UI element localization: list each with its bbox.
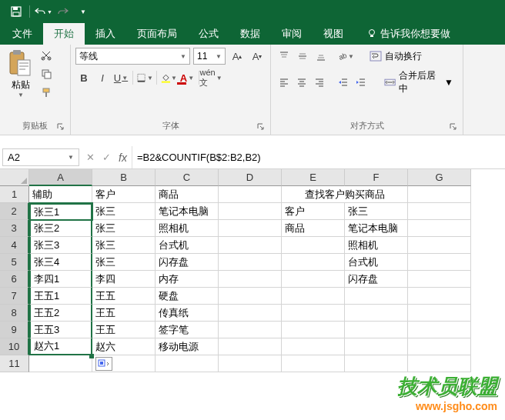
- fill-color-button[interactable]: ▼: [160, 69, 177, 86]
- phonetic-field-button[interactable]: wén文▼: [202, 69, 219, 86]
- cell[interactable]: [282, 254, 345, 271]
- align-right-icon[interactable]: [311, 74, 327, 91]
- cell[interactable]: 张三2: [29, 220, 92, 237]
- autofill-options-button[interactable]: [95, 357, 112, 371]
- cell[interactable]: 内存: [156, 271, 219, 288]
- col-header-G[interactable]: G: [408, 169, 471, 186]
- cell[interactable]: 笔记本电脑: [345, 220, 408, 237]
- align-bottom-icon[interactable]: [313, 48, 329, 65]
- col-header-E[interactable]: E: [282, 169, 345, 186]
- increase-font-icon[interactable]: A▴: [229, 48, 246, 65]
- font-color-button[interactable]: A▼: [179, 69, 196, 86]
- cell[interactable]: [219, 355, 282, 372]
- save-icon[interactable]: [6, 2, 26, 22]
- cell[interactable]: [345, 355, 408, 372]
- underline-button[interactable]: U▼: [112, 69, 129, 86]
- cell[interactable]: [408, 186, 471, 203]
- copy-icon[interactable]: [38, 66, 54, 82]
- cell[interactable]: [219, 288, 282, 305]
- cell[interactable]: 张三: [92, 237, 156, 254]
- undo-icon[interactable]: ▼: [33, 2, 53, 22]
- cell[interactable]: 查找客户购买商品: [282, 186, 408, 203]
- cell[interactable]: 张三: [92, 220, 156, 237]
- cell[interactable]: [408, 254, 471, 271]
- cell[interactable]: [219, 254, 282, 271]
- cell[interactable]: [282, 271, 345, 288]
- cell[interactable]: 李四1: [29, 271, 92, 288]
- cell[interactable]: [219, 338, 282, 355]
- cell[interactable]: [282, 237, 345, 254]
- row-header[interactable]: 9: [0, 322, 29, 338]
- row-header[interactable]: 10: [0, 338, 29, 355]
- name-box[interactable]: A2▼: [2, 148, 79, 166]
- align-center-icon[interactable]: [293, 74, 309, 91]
- row-header[interactable]: 1: [0, 186, 29, 203]
- cell[interactable]: [345, 338, 408, 355]
- row-header[interactable]: 8: [0, 305, 29, 322]
- cell[interactable]: 赵六: [92, 338, 156, 355]
- col-header-C[interactable]: C: [156, 169, 219, 186]
- fill-handle[interactable]: [89, 354, 94, 358]
- cell[interactable]: [282, 288, 345, 305]
- dialog-launcher-icon[interactable]: [56, 122, 65, 132]
- cell[interactable]: [282, 322, 345, 338]
- cell-active[interactable]: 张三1: [29, 203, 92, 220]
- cell[interactable]: 商品: [156, 186, 219, 203]
- merge-center-button[interactable]: 合并后居中▼: [380, 68, 458, 97]
- dialog-launcher-icon[interactable]: [256, 122, 266, 132]
- cell[interactable]: 张三: [92, 203, 156, 220]
- accept-formula-icon[interactable]: ✓: [102, 152, 111, 163]
- orientation-button[interactable]: ab▼: [337, 48, 354, 65]
- tell-me-search[interactable]: 告诉我你想要做: [360, 23, 457, 45]
- cell[interactable]: 传真纸: [156, 305, 219, 322]
- tab-home[interactable]: 开始: [43, 23, 85, 45]
- align-top-icon[interactable]: [276, 48, 293, 65]
- cell[interactable]: 赵六1: [29, 338, 92, 355]
- cell[interactable]: 台式机: [156, 237, 219, 254]
- cell[interactable]: [408, 237, 471, 254]
- cell[interactable]: [408, 305, 471, 322]
- cell[interactable]: 辅助: [29, 186, 92, 203]
- row-header[interactable]: 5: [0, 254, 29, 271]
- row-header[interactable]: 4: [0, 237, 29, 254]
- cell[interactable]: 张三: [92, 254, 156, 271]
- cell[interactable]: [219, 305, 282, 322]
- cell[interactable]: [219, 322, 282, 338]
- italic-button[interactable]: I: [94, 69, 111, 86]
- cell[interactable]: 签字笔: [156, 322, 219, 338]
- cell[interactable]: [408, 338, 471, 355]
- border-button[interactable]: ▼: [136, 69, 153, 86]
- cell[interactable]: [219, 271, 282, 288]
- cut-icon[interactable]: [38, 48, 54, 63]
- cell[interactable]: 照相机: [156, 220, 219, 237]
- insert-function-icon[interactable]: fx: [119, 152, 127, 164]
- font-name-select[interactable]: 等线▼: [75, 48, 190, 65]
- bold-button[interactable]: B: [75, 69, 92, 86]
- cell[interactable]: 台式机: [345, 254, 408, 271]
- cell[interactable]: [408, 355, 471, 372]
- cell[interactable]: [219, 186, 282, 203]
- decrease-indent-icon[interactable]: [335, 74, 351, 91]
- cell[interactable]: 闪存盘: [156, 254, 219, 271]
- cell[interactable]: 王五1: [29, 288, 92, 305]
- cell[interactable]: 张三: [345, 203, 408, 220]
- formula-bar[interactable]: =B2&COUNTIF(B$2:B2,B2): [132, 146, 505, 168]
- select-all-corner[interactable]: [0, 169, 29, 186]
- cell[interactable]: 闪存盘: [345, 271, 408, 288]
- cell[interactable]: 王五3: [29, 322, 92, 338]
- format-painter-icon[interactable]: [38, 85, 54, 100]
- col-header-B[interactable]: B: [92, 169, 156, 186]
- cell[interactable]: 客户: [92, 186, 156, 203]
- cell[interactable]: 李四: [92, 271, 156, 288]
- cell[interactable]: 王五: [92, 288, 156, 305]
- dialog-launcher-icon[interactable]: [449, 122, 458, 132]
- cell[interactable]: [282, 305, 345, 322]
- cell[interactable]: [408, 220, 471, 237]
- cell[interactable]: [219, 237, 282, 254]
- row-header[interactable]: 11: [0, 355, 29, 372]
- cell[interactable]: [282, 355, 345, 372]
- col-header-A[interactable]: A: [29, 169, 92, 186]
- cancel-formula-icon[interactable]: ✕: [86, 152, 95, 163]
- cell[interactable]: 张三4: [29, 254, 92, 271]
- row-header[interactable]: 7: [0, 288, 29, 305]
